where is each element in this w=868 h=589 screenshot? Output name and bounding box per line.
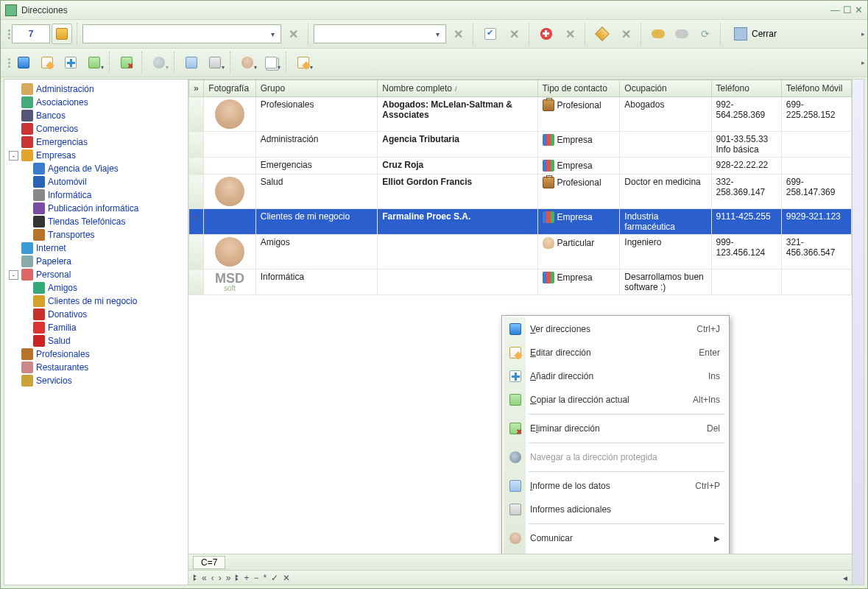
col-ocup[interactable]: Ocupación xyxy=(620,80,711,97)
nav-next-page[interactable]: » xyxy=(226,573,231,583)
clear-filter-2-button[interactable]: ✕ xyxy=(448,24,468,44)
tree-node-emergencias[interactable]: Emergencias xyxy=(6,135,186,149)
tree-node-amigos[interactable]: Amigos xyxy=(6,281,186,294)
nav-del[interactable]: − xyxy=(253,573,258,583)
tree-node-personal[interactable]: -Personal xyxy=(6,268,186,281)
minimize-button[interactable]: — xyxy=(830,4,840,15)
tree-node-tiendas-telef-nicas[interactable]: Tiendas Telefónicas xyxy=(6,215,186,228)
tree-node-familia[interactable]: Familia xyxy=(6,321,186,334)
expander-icon[interactable]: - xyxy=(9,151,18,161)
filter-combo-2[interactable]: ▾ xyxy=(314,24,446,43)
col-nombre[interactable]: Nombre completo/ xyxy=(378,80,537,97)
col-tel[interactable]: Teléfono xyxy=(711,80,781,97)
diamond-button[interactable] xyxy=(592,24,613,44)
menu-item-a-adir-direcci-n[interactable]: Añadir direcciónIns xyxy=(504,364,727,388)
record-number-box[interactable]: 7 xyxy=(12,24,50,43)
row-indicator[interactable]: ▸ xyxy=(189,209,204,235)
tree-node-salud[interactable]: Salud xyxy=(6,334,186,348)
tree-node-profesionales[interactable]: Profesionales xyxy=(6,348,186,361)
table-row[interactable]: SaludElliot Gordon FrancisProfesionalDoc… xyxy=(189,174,852,209)
menu-item-editar-direcci-n[interactable]: Editar direcciónEnter xyxy=(504,341,727,364)
row-indicator[interactable] xyxy=(189,269,204,295)
nav-prev-page[interactable]: « xyxy=(202,573,207,583)
add-red-button[interactable] xyxy=(536,24,557,44)
grid-scroll[interactable]: » Fotografía Grupo Nombre completo/ Tipo… xyxy=(188,80,852,554)
tree-node-autom-vil[interactable]: Automóvil xyxy=(6,175,186,188)
refresh-button[interactable]: ⟳ xyxy=(695,24,716,44)
table-row[interactable]: ▸Clientes de mi negocioFarmaline Proec S… xyxy=(189,209,852,235)
navigate-protected-button[interactable]: ▾ xyxy=(149,52,169,73)
tree-node-administraci-n[interactable]: Administración xyxy=(6,82,186,96)
clear-5-button[interactable]: ✕ xyxy=(615,24,636,44)
clear-3-button[interactable]: ✕ xyxy=(504,24,524,44)
menu-item-eliminar-direcci-n[interactable]: Eliminar direcciónDel xyxy=(504,417,727,440)
report-button[interactable] xyxy=(181,52,202,73)
tree-node-papelera[interactable]: Papelera xyxy=(6,255,186,268)
row-indicator[interactable] xyxy=(189,97,204,132)
close-window-button[interactable]: ✕ xyxy=(855,4,863,15)
tree-node-donativos[interactable]: Donativos xyxy=(6,308,186,321)
nav-next[interactable]: › xyxy=(219,573,222,583)
nav-first[interactable]: ꔪ xyxy=(193,573,197,583)
toolbar-handle[interactable] xyxy=(7,58,12,68)
tree-node-servicios[interactable]: Servicios xyxy=(6,374,186,387)
tree-toggle-button[interactable] xyxy=(52,24,72,44)
toolbar-overflow[interactable]: ▸ xyxy=(860,20,866,48)
expander-icon[interactable]: - xyxy=(9,270,18,280)
table-row[interactable]: ProfesionalesAbogados: McLelan-Saltman &… xyxy=(189,97,852,132)
nav-prev[interactable]: ‹ xyxy=(211,573,214,583)
filter-combo-1[interactable]: ▾ xyxy=(82,24,281,43)
tree-node-restaurantes[interactable]: Restaurantes xyxy=(6,361,186,374)
nav-cancel[interactable]: ✕ xyxy=(283,573,290,583)
cloud-1-button[interactable] xyxy=(648,24,668,44)
cerrar-button[interactable]: Cerrar xyxy=(726,24,785,44)
tree-node-comercios[interactable]: Comercios xyxy=(6,122,186,135)
col-tipo[interactable]: Tipo de contacto xyxy=(537,80,620,97)
toolbar-handle[interactable] xyxy=(7,29,12,39)
menu-item-ver-direcciones[interactable]: Ver direccionesCtrl+J xyxy=(504,317,727,341)
tree-node-transportes[interactable]: Transportes xyxy=(6,228,186,241)
col-foto[interactable]: Fotografía xyxy=(204,80,255,97)
nav-edit[interactable]: * xyxy=(263,573,267,583)
clear-filter-1-button[interactable]: ✕ xyxy=(283,24,303,44)
menu-item-copiar-al-portapapeles[interactable]: Copiar al portapapeles▶ xyxy=(504,550,727,554)
nav-hscroll-left[interactable]: ◂ xyxy=(843,573,847,583)
col-grupo[interactable]: Grupo xyxy=(255,80,378,97)
row-selector-header[interactable]: » xyxy=(189,80,204,97)
vertical-scrollbar[interactable] xyxy=(852,80,864,585)
reports-more-button[interactable]: ▾ xyxy=(205,52,225,73)
table-row[interactable]: AdministraciónAgencia TributariaEmpresa9… xyxy=(189,132,852,158)
tree-node-publicaci-n-inform-tica[interactable]: Publicación informática xyxy=(6,202,186,215)
table-row[interactable]: EmergenciasCruz RojaEmpresa928-22.22.22 xyxy=(189,158,852,174)
tree-node-empresas[interactable]: -Empresas xyxy=(6,149,186,162)
view-button[interactable] xyxy=(13,52,34,73)
tree-node-bancos[interactable]: Bancos xyxy=(6,109,186,122)
communicate-button[interactable]: ▾ xyxy=(237,52,258,73)
table-row[interactable]: AmigosParticularIngeniero999-123.456.124… xyxy=(189,235,852,269)
category-tree[interactable]: AdministraciónAsociacionesBancosComercio… xyxy=(4,80,188,585)
row-indicator[interactable] xyxy=(189,158,204,174)
clear-4-button[interactable]: ✕ xyxy=(560,24,580,44)
menu-item-informe-de-los-datos[interactable]: Informe de los datosCtrl+P xyxy=(504,474,727,498)
menu-item-copiar-la-direcci-n-actual[interactable]: Copiar la dirección actualAlt+Ins xyxy=(504,388,727,412)
row-indicator[interactable] xyxy=(189,132,204,158)
row-indicator[interactable] xyxy=(189,174,204,209)
add-button[interactable] xyxy=(60,52,81,73)
maximize-button[interactable]: ☐ xyxy=(843,4,852,15)
nav-add[interactable]: + xyxy=(244,573,249,583)
nav-confirm[interactable]: ✓ xyxy=(271,573,278,583)
delete-button[interactable] xyxy=(116,52,137,73)
clipboard-button[interactable]: ▾ xyxy=(261,52,281,73)
tree-node-internet[interactable]: Internet xyxy=(6,241,186,255)
write-button[interactable]: ▾ xyxy=(293,52,314,73)
menu-item-informes-adicionales[interactable]: Informes adicionales xyxy=(504,498,727,521)
tree-node-clientes-de-mi-negocio[interactable]: Clientes de mi negocio xyxy=(6,294,186,308)
table-row[interactable]: MSDsoftInformáticaEmpresaDesarrollamos b… xyxy=(189,269,852,295)
tree-node-asociaciones[interactable]: Asociaciones xyxy=(6,96,186,109)
row-indicator[interactable] xyxy=(189,235,204,269)
menu-item-comunicar[interactable]: Comunicar▶ xyxy=(504,526,727,550)
config-button[interactable] xyxy=(480,24,501,44)
toolbar-overflow[interactable]: ▸ xyxy=(860,49,866,77)
edit-button[interactable] xyxy=(37,52,57,73)
nav-last[interactable]: ꔪ xyxy=(235,573,239,583)
